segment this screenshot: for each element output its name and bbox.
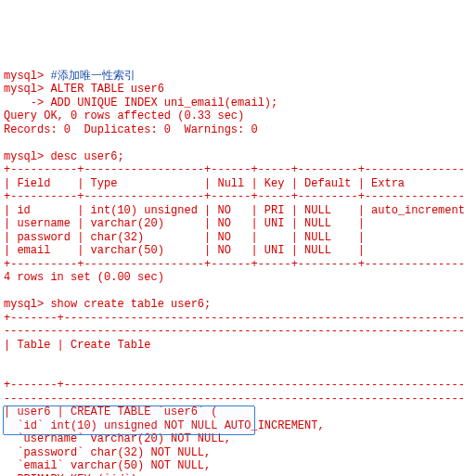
- sql-alter-line2: ADD UNIQUE INDEX uni_email(email);: [50, 96, 277, 109]
- result-line: Records: 0 Duplicates: 0 Warnings: 0: [4, 123, 258, 136]
- table-border: +-------+-------------------------------…: [4, 379, 464, 392]
- table-border: +----------+------------------+------+--…: [4, 190, 464, 203]
- prompt: mysql>: [4, 298, 50, 311]
- table-border: +----------+------------------+------+--…: [4, 258, 464, 271]
- sql-alter-line1: ALTER TABLE user6: [50, 83, 163, 96]
- prompt: mysql>: [4, 150, 50, 163]
- create-line: `username` varchar(20) NOT NULL,: [4, 432, 231, 445]
- result-line: 4 rows in set (0.00 sec): [4, 271, 164, 284]
- prompt-cont: ->: [4, 96, 50, 109]
- table-border: +-------+-------------------------------…: [4, 312, 464, 325]
- table-header: | Field | Type | Null | Key | Default | …: [4, 177, 464, 190]
- create-line: | user6 | CREATE TABLE `user6` (: [4, 405, 217, 418]
- prompt: mysql>: [4, 83, 50, 96]
- comment-text: #添加唯一性索引: [50, 70, 135, 83]
- table-row: | id | int(10) unsigned | NO | PRI | NUL…: [4, 204, 464, 217]
- create-line: `id` int(10) unsigned NOT NULL AUTO_INCR…: [4, 419, 325, 432]
- prompt: mysql>: [4, 70, 50, 83]
- create-line: PRIMARY KEY (`id`),: [4, 473, 144, 477]
- result-line: Query OK, 0 rows affected (0.33 sec): [4, 109, 244, 122]
- sql-show-create: show create table user6;: [50, 298, 211, 311]
- create-line: `password` char(32) NOT NULL,: [4, 446, 211, 459]
- table-header: | Table | Create Table: [4, 339, 150, 352]
- table-row: | email | varchar(50) | NO | UNI | NULL …: [4, 244, 464, 257]
- create-line: `email` varchar(50) NOT NULL,: [4, 459, 211, 472]
- table-row: | username | varchar(20) | NO | UNI | NU…: [4, 217, 464, 230]
- terminal-output: mysql> #添加唯一性索引 mysql> ALTER TABLE user6…: [0, 54, 464, 476]
- sql-desc: desc user6;: [50, 150, 123, 163]
- dash-line: ----------------------------------------…: [4, 392, 464, 405]
- dash-line: ----------------------------------------…: [4, 325, 464, 338]
- table-row: | password | char(32) | NO | | NULL | |: [4, 231, 464, 244]
- table-border: +----------+------------------+------+--…: [4, 163, 464, 176]
